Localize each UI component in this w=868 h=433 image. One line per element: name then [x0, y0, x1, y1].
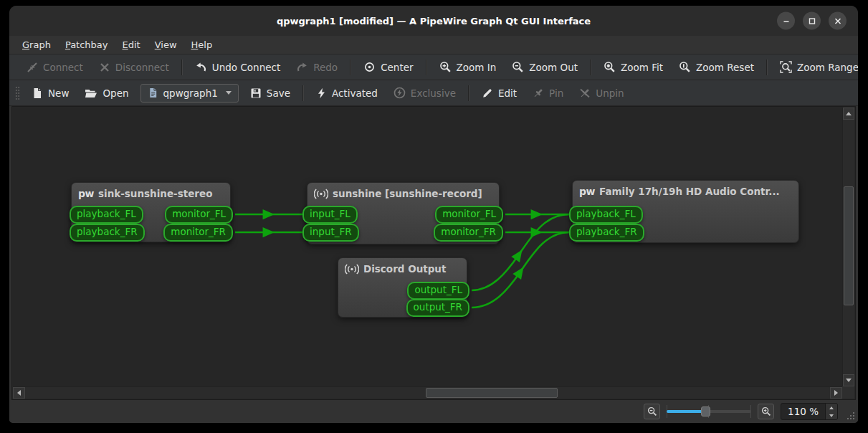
- toolbar-separator: [181, 60, 183, 75]
- connect-icon: [27, 62, 38, 73]
- new-patchbay-button[interactable]: New: [25, 83, 75, 103]
- disconnect-button[interactable]: Disconnect: [92, 57, 176, 77]
- redo-button[interactable]: Redo: [290, 57, 344, 77]
- toolbar-separator: [468, 85, 469, 101]
- zoom-slider[interactable]: [667, 404, 751, 419]
- unpin-icon: [579, 87, 591, 99]
- scroll-left-button[interactable]: [13, 387, 25, 399]
- toolbar-separator: [590, 60, 591, 75]
- port-sunshine-input-fl[interactable]: input_FL: [302, 206, 358, 224]
- minimize-button[interactable]: [777, 12, 795, 30]
- pipewire-icon: pw: [579, 186, 595, 197]
- port-sunshine-monitor-fl[interactable]: monitor_FL: [435, 206, 503, 224]
- port-family-playback-fr[interactable]: playback_FR: [569, 224, 644, 242]
- menu-patchbay[interactable]: Patchbay: [58, 37, 115, 52]
- zoom-in-icon: [439, 61, 452, 73]
- scroll-right-button[interactable]: [830, 387, 842, 399]
- port-sink-monitor-fl[interactable]: monitor_FL: [165, 206, 233, 224]
- graph-canvas-frame: pw sink-sunshine-stereo sunshine [sunshi…: [11, 106, 856, 400]
- node-title: Family 17h/19h HD Audio Contr...: [599, 186, 780, 197]
- horizontal-scrollbar-thumb[interactable]: [426, 388, 558, 398]
- arrow-down-icon: [829, 414, 834, 417]
- open-folder-icon: [85, 87, 97, 99]
- open-patchbay-button[interactable]: Open: [78, 83, 135, 103]
- patchbay-selector-value: qpwgraph1: [163, 87, 218, 99]
- patchbay-file-icon: [148, 87, 158, 98]
- zoom-in-button[interactable]: Zoom In: [433, 57, 503, 77]
- port-sunshine-input-fr[interactable]: input_FR: [302, 224, 359, 242]
- graph-canvas[interactable]: pw sink-sunshine-stereo sunshine [sunshi…: [13, 108, 842, 386]
- pin-button[interactable]: Pin: [526, 83, 570, 103]
- stream-icon: [314, 189, 328, 199]
- node-title: sink-sunshine-stereo: [98, 188, 213, 199]
- undo-connect-button[interactable]: Undo Connect: [189, 57, 287, 77]
- activated-toggle[interactable]: Activated: [310, 83, 384, 103]
- spin-up-button[interactable]: [826, 404, 837, 411]
- titlebar[interactable]: qpwgraph1 [modified] — A PipeWire Graph …: [9, 6, 858, 36]
- chevron-down-icon: [226, 91, 232, 95]
- center-button[interactable]: Center: [357, 57, 419, 77]
- zoom-spinbox[interactable]: 110 %: [781, 403, 838, 420]
- zoom-slider-handle[interactable]: [701, 406, 710, 417]
- port-sunshine-monitor-fr[interactable]: monitor_FR: [434, 224, 503, 242]
- toolbar-separator: [426, 60, 427, 75]
- port-discord-output-fl[interactable]: output_FL: [407, 282, 469, 300]
- unpin-button[interactable]: Unpin: [573, 83, 630, 103]
- toolbar-main: Connect Disconnect Undo Connect Redo: [9, 54, 858, 80]
- zoom-out-icon: [647, 406, 657, 417]
- menu-graph[interactable]: Graph: [15, 37, 58, 52]
- save-icon: [250, 87, 262, 99]
- statusbar-zoom-in-button[interactable]: [758, 404, 774, 419]
- stream-icon: [345, 264, 359, 275]
- activated-bolt-icon: [316, 87, 327, 99]
- zoom-out-icon: [512, 61, 524, 73]
- zoom-fit-button[interactable]: Zoom Fit: [597, 57, 669, 77]
- node-title: sunshine [sunshine-record]: [333, 188, 482, 199]
- menu-help[interactable]: Help: [184, 37, 220, 52]
- connect-button[interactable]: Connect: [20, 57, 90, 77]
- menu-view[interactable]: View: [148, 37, 184, 52]
- exclusive-toggle[interactable]: Exclusive: [387, 82, 462, 103]
- resize-grip[interactable]: [846, 411, 855, 420]
- redo-icon: [296, 62, 308, 73]
- scrollbar-corner: [842, 386, 854, 399]
- zoom-fit-icon: [604, 61, 616, 73]
- arrow-right-icon: [834, 390, 838, 396]
- minimize-icon: [782, 16, 791, 25]
- vertical-scrollbar[interactable]: [842, 108, 854, 386]
- port-sink-monitor-fr[interactable]: monitor_FR: [163, 224, 233, 242]
- window-controls: [777, 12, 846, 30]
- disconnect-icon: [99, 62, 110, 73]
- maximize-button[interactable]: [803, 12, 821, 30]
- port-family-playback-fl[interactable]: playback_FL: [569, 206, 643, 224]
- zoom-value: 110 %: [781, 404, 825, 419]
- patchbay-selector[interactable]: qpwgraph1: [140, 84, 239, 103]
- spin-down-button[interactable]: [826, 411, 837, 419]
- menu-edit[interactable]: Edit: [115, 37, 148, 52]
- pin-icon: [533, 87, 544, 99]
- toolbar-patchbay: New Open qpwgraph1 S: [9, 80, 858, 106]
- app-window: qpwgraph1 [modified] — A PipeWire Graph …: [9, 6, 858, 423]
- vertical-scrollbar-thumb[interactable]: [844, 186, 854, 305]
- zoom-range-icon: [780, 61, 792, 73]
- zoom-reset-button[interactable]: Zoom Reset: [672, 57, 760, 77]
- toolbar-separator: [766, 60, 768, 75]
- center-icon: [363, 61, 376, 73]
- port-sink-playback-fl[interactable]: playback_FL: [70, 206, 143, 224]
- port-sink-playback-fr[interactable]: playback_FR: [70, 224, 145, 242]
- port-discord-output-fr[interactable]: output_FR: [406, 299, 469, 317]
- zoom-slider-fill: [667, 410, 705, 413]
- zoom-out-button[interactable]: Zoom Out: [505, 57, 584, 77]
- scroll-down-button[interactable]: [843, 374, 854, 386]
- save-patchbay-button[interactable]: Save: [244, 83, 297, 103]
- horizontal-scrollbar[interactable]: [13, 386, 842, 399]
- close-icon: [834, 16, 842, 25]
- zoom-range-button[interactable]: Zoom Range: [773, 57, 858, 77]
- scroll-up-button[interactable]: [843, 108, 854, 120]
- toolbar-drag-handle[interactable]: [15, 86, 20, 100]
- edit-button[interactable]: Edit: [475, 83, 523, 103]
- close-button[interactable]: [829, 12, 846, 30]
- statusbar-zoom-out-button[interactable]: [644, 404, 660, 419]
- toolbar-separator: [350, 60, 351, 75]
- statusbar: 110 %: [9, 400, 858, 423]
